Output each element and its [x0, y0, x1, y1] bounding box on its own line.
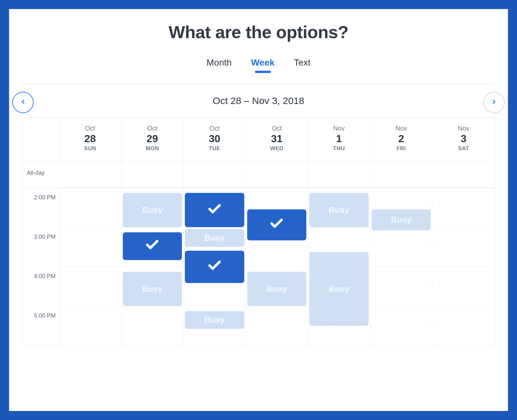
allday-label: All-day — [22, 161, 59, 187]
day-header: Nov1THU — [308, 118, 370, 161]
time-gutter: 2:00 PM3:00 PM4:00 PM5:00 PM — [22, 188, 59, 345]
chevron-right-icon — [491, 99, 497, 106]
check-icon — [207, 202, 222, 219]
day-header-dow: SAT — [432, 145, 495, 152]
calendar-wrap: Oct 28 – Nov 3, 2018 Oct28SUNOct29MONOct… — [22, 84, 495, 346]
busy-event[interactable]: Busy — [309, 252, 369, 326]
day-header-month: Oct — [59, 125, 121, 132]
hour-label: 2:00 PM — [34, 194, 56, 201]
day-header: Nov2FRI — [370, 118, 433, 161]
busy-event[interactable]: Busy — [247, 272, 307, 306]
allday-cell[interactable] — [59, 161, 121, 187]
header-spacer — [22, 118, 59, 161]
selected-slot[interactable] — [247, 209, 307, 240]
allday-cell[interactable] — [184, 161, 246, 187]
day-column[interactable] — [432, 188, 495, 345]
allday-cell[interactable] — [370, 161, 433, 187]
tab-week[interactable]: Week — [251, 58, 275, 71]
day-header-month: Nov — [308, 125, 370, 132]
selected-slot[interactable] — [123, 232, 182, 260]
day-header-month: Nov — [432, 125, 495, 132]
day-header-month: Oct — [184, 125, 246, 132]
chevron-left-icon — [20, 99, 26, 106]
day-header-day: 29 — [121, 133, 184, 145]
day-header-day: 1 — [308, 133, 370, 145]
day-column[interactable]: BusyBusy — [308, 188, 370, 345]
day-header-dow: TUE — [184, 145, 246, 152]
prev-week-button[interactable] — [12, 92, 34, 113]
view-tabs: Month Week Text — [9, 58, 508, 71]
day-header-dow: WED — [246, 145, 308, 152]
day-header-day: 2 — [370, 133, 432, 145]
day-header-dow: THU — [308, 145, 370, 152]
day-column[interactable]: BusyBusy — [121, 188, 184, 345]
busy-event[interactable]: Busy — [372, 209, 431, 230]
check-icon — [207, 258, 222, 275]
day-column[interactable]: Busy — [246, 188, 308, 345]
busy-event[interactable]: Busy — [309, 193, 369, 227]
day-header-dow: MON — [121, 145, 184, 152]
scheduler-panel: What are the options? Month Week Text Oc… — [9, 9, 508, 411]
day-column[interactable]: Busy — [370, 188, 433, 345]
day-header: Oct29MON — [121, 118, 184, 161]
day-header: Oct28SUN — [59, 118, 121, 161]
day-header-day: 30 — [184, 133, 246, 145]
day-header-month: Oct — [246, 125, 308, 132]
busy-event[interactable]: Busy — [185, 229, 244, 247]
day-header-dow: FRI — [370, 145, 432, 152]
outer-frame: What are the options? Month Week Text Oc… — [0, 0, 517, 420]
day-column[interactable]: BusyBusy — [184, 188, 246, 345]
allday-cell[interactable] — [246, 161, 308, 187]
busy-event[interactable]: Busy — [185, 311, 244, 329]
hour-label: 3:00 PM — [34, 234, 56, 240]
allday-row: All-day — [22, 161, 495, 188]
page-title: What are the options? — [9, 22, 508, 42]
allday-cell[interactable] — [121, 161, 184, 187]
day-header: Oct30TUE — [184, 118, 246, 161]
check-icon — [145, 237, 160, 255]
hour-label: 4:00 PM — [34, 273, 56, 280]
check-icon — [269, 216, 284, 233]
day-header: Oct31WED — [246, 118, 308, 161]
selected-slot[interactable] — [185, 193, 244, 227]
calendar-grid: Oct28SUNOct29MONOct30TUEOct31WEDNov1THUN… — [22, 117, 495, 346]
hour-label: 5:00 PM — [34, 312, 56, 319]
day-header-dow: SUN — [59, 145, 121, 152]
date-range-label: Oct 28 – Nov 3, 2018 — [22, 84, 495, 117]
tab-month[interactable]: Month — [206, 58, 232, 71]
day-header: Nov3SAT — [432, 118, 495, 161]
busy-event[interactable]: Busy — [123, 193, 182, 227]
day-header-day: 3 — [432, 133, 495, 145]
allday-cell[interactable] — [308, 161, 370, 187]
tab-text[interactable]: Text — [294, 58, 311, 71]
busy-event[interactable]: Busy — [123, 272, 182, 306]
day-column[interactable] — [59, 188, 121, 345]
next-week-button[interactable] — [483, 92, 505, 113]
allday-cell[interactable] — [432, 161, 495, 187]
day-header-day: 28 — [59, 133, 121, 145]
day-header-month: Oct — [121, 125, 184, 132]
day-header-day: 31 — [246, 133, 308, 145]
day-header-month: Nov — [370, 125, 432, 132]
time-body: 2:00 PM3:00 PM4:00 PM5:00 PM BusyBusyBus… — [22, 188, 495, 345]
selected-slot[interactable] — [185, 251, 244, 283]
